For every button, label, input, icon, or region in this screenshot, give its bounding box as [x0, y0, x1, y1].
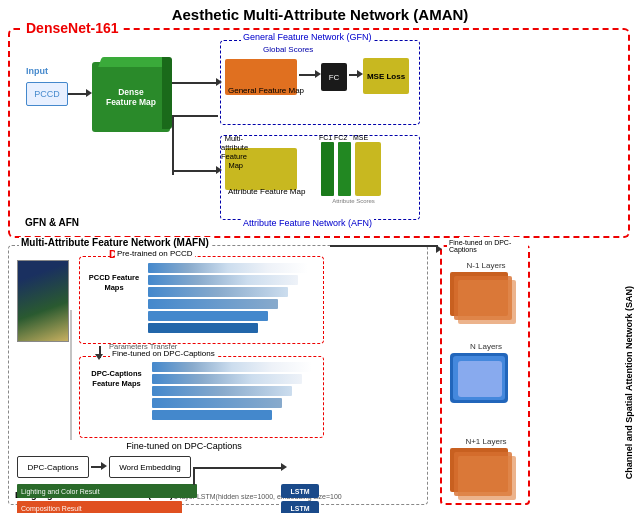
n-plus-1-layers: N+1 Layers: [450, 437, 522, 500]
params-transfer-label: Parameters Transfer: [109, 342, 177, 351]
fc2-label: FC2: [334, 134, 347, 141]
general-feature-map-label: General Feature Map: [228, 86, 304, 95]
san-label: Channel and Spatial Attention Network (S…: [620, 255, 638, 510]
input-label: Input: [26, 66, 48, 76]
mafn-label: Multi-Attribute Feature Network (MAFN): [19, 237, 211, 248]
attribute-feature-map-label: Attribute Feature Map: [228, 187, 305, 196]
afn-box: Attribute Feature Network (AFN) FC1 FC2 …: [220, 135, 420, 220]
fine-tuned-bottom-label: Fine-tuned on DPC-Captions: [59, 441, 309, 451]
pccd-inner-box: Pre-trained on PCCD PCCD Feature Maps: [79, 256, 324, 344]
n-layers: N Layers: [450, 342, 522, 411]
global-scores-label: Global Scores: [263, 45, 313, 54]
gfn-box: General Feature Network (GFN) Global Sco…: [220, 40, 420, 125]
resnet-box: ResNet-152 Fine-tuned on DPC-Captions N-…: [440, 245, 530, 505]
gfn-afn-label: GFN & AFN: [25, 217, 79, 228]
pccd-fmap-strips: [148, 263, 308, 333]
mse-label2: MSE: [353, 134, 368, 141]
dpc-fmap-strips: [152, 362, 312, 420]
mse-loss-box: MSE Loss: [363, 58, 409, 94]
dpc-fm-label: DPC-Captions Feature Maps: [84, 369, 149, 389]
mse-box2: [355, 142, 381, 196]
word-embedding-box: Word Embedding: [109, 456, 191, 478]
pccd-fm-label: PCCD Feature Maps: [84, 273, 144, 293]
densenet-label: DenseNet-161: [22, 20, 123, 36]
n-minus-1-layers: N-1 Layers: [450, 261, 522, 324]
fc1-box: [321, 142, 334, 196]
multi-attribute-label: Multi-attribute Feature Map: [221, 134, 321, 170]
scene-image: [17, 260, 69, 342]
result-bar-2: Composition Result: [17, 501, 182, 513]
top-section-box: DenseNet-161 General Feature Network (GF…: [8, 28, 630, 238]
pccd-box: PCCD: [26, 82, 68, 106]
afn-label: Attribute Feature Network (AFN): [241, 218, 374, 228]
pretrained-label: Pre-trained on PCCD: [115, 249, 195, 258]
fc-box: FC: [321, 63, 347, 91]
dpc-captions-box: DPC-Captions: [17, 456, 89, 478]
lstm-2: LSTM: [281, 501, 319, 513]
dpc-inner-box: Fine-tuned on DPC-Captions DPC-Captions …: [79, 356, 324, 438]
dense-feature-map: Dense Feature Map: [92, 62, 170, 132]
fc2-box: [338, 142, 351, 196]
fine-tuned-right-label: Fine-tuned on DPC-Captions: [447, 239, 528, 253]
attribute-scores: Attribute Scores: [321, 198, 386, 204]
lstm-1: LSTM: [281, 484, 319, 498]
result-bar-1: Lighting and Color Result: [17, 484, 197, 498]
gfn-label: General Feature Network (GFN): [241, 32, 374, 42]
